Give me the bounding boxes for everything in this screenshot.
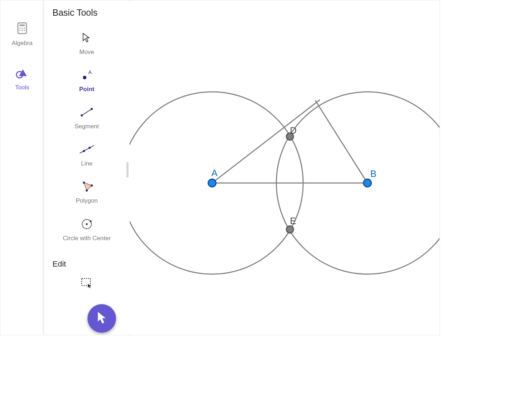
tools-panel-heading: Basic Tools <box>52 8 130 18</box>
polygon-icon <box>44 180 130 193</box>
svg-point-4 <box>24 28 25 29</box>
svg-point-13 <box>81 114 83 117</box>
point-icon: A <box>44 69 130 81</box>
svg-point-6 <box>21 30 23 31</box>
nav-rail: Algebra Tools <box>0 0 44 335</box>
label-b: B <box>370 168 376 179</box>
svg-point-24 <box>90 220 91 222</box>
svg-point-21 <box>86 189 88 192</box>
svg-point-23 <box>86 223 87 225</box>
tool-label: Line <box>44 160 130 167</box>
point-e[interactable] <box>286 226 293 233</box>
tool-label: Circle with Center <box>44 234 130 242</box>
svg-marker-18 <box>84 183 92 190</box>
svg-point-20 <box>91 184 93 187</box>
tool-point[interactable]: A Point <box>44 62 130 99</box>
svg-point-16 <box>83 150 85 152</box>
tool-label: Polygon <box>44 197 130 204</box>
tools-panel-scroll-thumb[interactable] <box>126 162 129 178</box>
edit-heading: Edit <box>52 259 130 269</box>
tool-list: Move A Point Segment <box>44 25 130 249</box>
tool-select[interactable] <box>44 272 130 289</box>
label-d: D <box>290 125 297 136</box>
tool-circle-with-center[interactable]: Circle with Center <box>44 211 130 249</box>
svg-marker-9 <box>19 69 27 76</box>
svg-point-14 <box>91 108 93 110</box>
svg-text:A: A <box>88 70 92 75</box>
segment-bd[interactable] <box>315 100 367 183</box>
nav-item-tools[interactable]: Tools <box>0 47 44 91</box>
svg-point-3 <box>21 28 23 29</box>
svg-point-2 <box>19 28 21 29</box>
cursor-fab-icon <box>96 311 108 326</box>
point-b[interactable] <box>363 179 371 187</box>
calculator-icon <box>16 30 29 36</box>
point-a[interactable] <box>208 179 216 187</box>
tool-line[interactable]: Line <box>44 137 130 174</box>
svg-line-12 <box>82 109 92 115</box>
tool-polygon[interactable]: Polygon <box>44 174 130 211</box>
segment-icon <box>44 106 130 119</box>
cursor-fab[interactable] <box>87 304 116 333</box>
nav-label-algebra: Algebra <box>0 40 44 47</box>
move-cursor-icon <box>44 31 130 44</box>
svg-line-15 <box>80 145 94 153</box>
svg-rect-1 <box>20 25 25 26</box>
svg-point-5 <box>19 30 21 31</box>
tool-segment[interactable]: Segment <box>44 99 130 137</box>
line-icon <box>44 143 130 156</box>
label-a: A <box>211 168 218 178</box>
geometry-canvas[interactable]: A B D E <box>130 0 440 335</box>
tools-icon <box>16 74 29 80</box>
select-rectangle-icon <box>81 283 93 289</box>
svg-rect-25 <box>82 278 90 286</box>
svg-point-7 <box>24 30 25 31</box>
tool-label: Segment <box>44 123 130 130</box>
tool-label: Move <box>44 49 130 56</box>
tool-label: Point <box>44 86 130 93</box>
svg-point-17 <box>89 147 91 149</box>
svg-point-19 <box>83 182 85 184</box>
circle-center-icon <box>44 217 130 230</box>
nav-item-algebra[interactable]: Algebra <box>0 0 44 47</box>
tools-panel: Basic Tools Move A Point <box>44 0 130 335</box>
label-e: E <box>290 216 296 226</box>
segment-ad[interactable] <box>212 100 320 183</box>
svg-point-10 <box>83 76 86 79</box>
tool-move[interactable]: Move <box>44 25 130 62</box>
nav-label-tools: Tools <box>0 84 44 91</box>
